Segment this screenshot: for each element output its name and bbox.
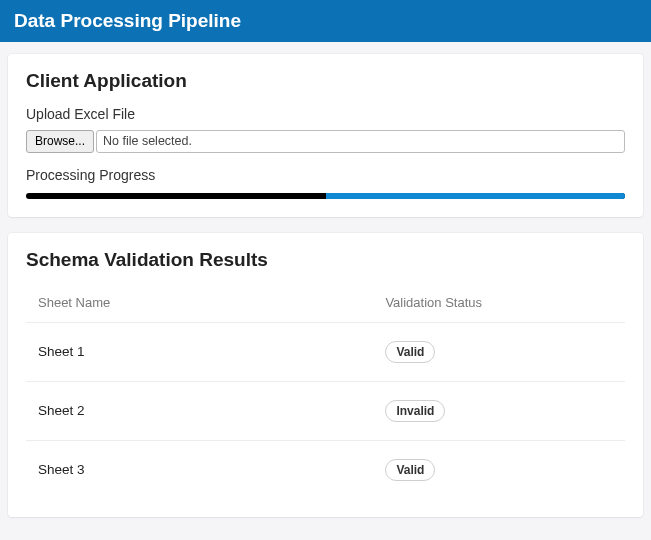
status-cell: Valid — [373, 440, 625, 499]
sheet-cell: Sheet 3 — [26, 440, 373, 499]
column-header-status: Validation Status — [373, 285, 625, 323]
status-cell: Invalid — [373, 381, 625, 440]
column-header-sheet: Sheet Name — [26, 285, 373, 323]
sheet-cell: Sheet 1 — [26, 322, 373, 381]
status-cell: Valid — [373, 322, 625, 381]
schema-card-title: Schema Validation Results — [26, 249, 625, 271]
progress-bar — [26, 193, 625, 199]
file-input-row: Browse... No file selected. — [26, 130, 625, 153]
table-row: Sheet 3 Valid — [26, 440, 625, 499]
progress-bar-fill — [326, 193, 626, 199]
schema-table: Sheet Name Validation Status Sheet 1 Val… — [26, 285, 625, 499]
schema-validation-card: Schema Validation Results Sheet Name Val… — [8, 233, 643, 517]
status-badge: Valid — [385, 341, 435, 363]
file-name-display[interactable]: No file selected. — [96, 130, 625, 153]
sheet-cell: Sheet 2 — [26, 381, 373, 440]
status-badge: Invalid — [385, 400, 445, 422]
app-header: Data Processing Pipeline — [0, 0, 651, 42]
table-row: Sheet 2 Invalid — [26, 381, 625, 440]
table-row: Sheet 1 Valid — [26, 322, 625, 381]
client-application-card: Client Application Upload Excel File Bro… — [8, 54, 643, 217]
app-title: Data Processing Pipeline — [14, 10, 241, 32]
upload-label: Upload Excel File — [26, 106, 625, 122]
content-area: Client Application Upload Excel File Bro… — [0, 42, 651, 540]
progress-label: Processing Progress — [26, 167, 625, 183]
browse-button[interactable]: Browse... — [26, 130, 94, 153]
client-card-title: Client Application — [26, 70, 625, 92]
status-badge: Valid — [385, 459, 435, 481]
